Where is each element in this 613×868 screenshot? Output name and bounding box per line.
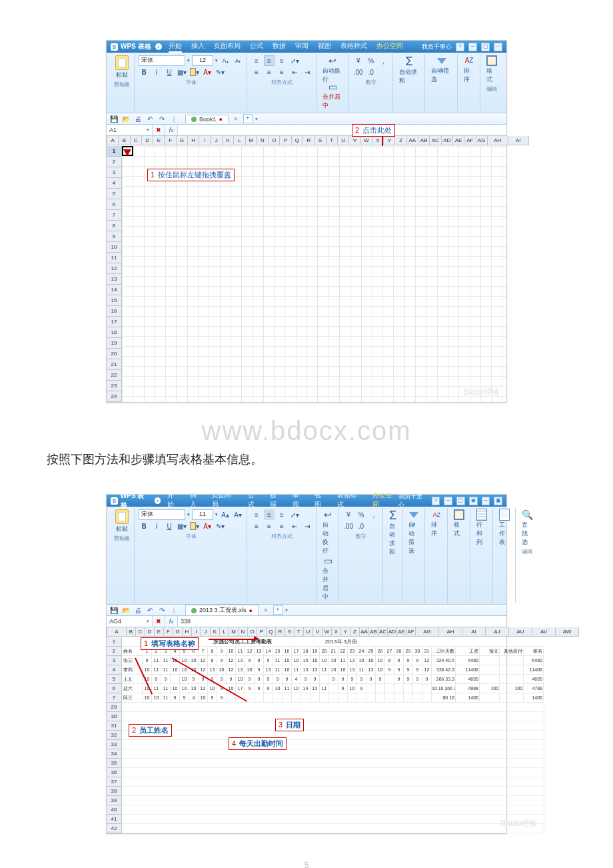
row-header[interactable]: 11 [107,253,122,263]
col-header[interactable]: AD [388,627,397,637]
col-header[interactable]: X [332,627,341,637]
row-header[interactable]: 12 [107,263,122,274]
col-header[interactable]: V [313,627,322,637]
col-header[interactable]: M [229,627,239,637]
col-header[interactable]: P [280,136,291,145]
qab-save-icon[interactable]: 💾 [109,114,119,123]
merge-button[interactable]: ▭合并居中 [320,555,335,601]
row-header[interactable]: 15 [107,295,122,306]
col-header[interactable]: A [107,627,127,637]
row-header[interactable]: 5 [107,189,122,199]
col-header[interactable]: C [131,136,142,145]
autosum-button[interactable]: Σ自动求和 [387,509,398,557]
col-header[interactable]: W [361,136,372,145]
rowcol-button[interactable]: 行和列 [474,509,489,547]
font-name-select[interactable]: 宋体 [139,509,185,520]
font-color-button[interactable]: A▾ [202,67,213,77]
col-header[interactable]: U [304,627,313,637]
indent-dec-icon[interactable]: ⇤ [289,521,300,531]
col-header[interactable]: U [338,136,349,145]
doc-close-icon[interactable]: × [261,605,271,615]
win-help-icon[interactable]: ? [456,43,464,51]
row-header[interactable]: 36 [107,768,122,777]
underline-button[interactable]: U [164,521,175,531]
new-doc-icon[interactable]: + [155,43,162,50]
qab-redo-icon[interactable]: ↷ [157,605,167,615]
row-header[interactable]: 35 [107,759,122,768]
filter-button[interactable]: 自动筛选 [429,55,454,84]
win-opt-icon[interactable]: ⋯ [494,43,502,51]
fx-fx-icon[interactable]: fx [165,616,178,627]
cell-grid[interactable]: 2 点击此处 1 按住鼠标左键拖拽覆盖 Baidu经验 [122,146,506,402]
align-mid-icon[interactable]: ≡ [264,509,275,520]
col-header[interactable]: F [165,136,176,145]
dec-dec-icon[interactable]: .0 [356,521,366,531]
fx-cancel-icon[interactable]: ✖ [153,616,165,627]
name-box[interactable]: A1 ▾ [107,125,153,135]
col-header[interactable]: M [246,136,257,145]
format-painter-icon[interactable]: ✎▾ [215,67,225,77]
col-header[interactable]: AH [439,627,462,637]
wrap-button[interactable]: ↩ 自动换行 [320,55,345,84]
col-header[interactable]: R [303,136,314,145]
name-box[interactable]: AG4 ▾ [107,616,153,627]
border-button[interactable]: ▦▾ [177,521,187,531]
font-name-select[interactable]: 宋体 [139,55,185,66]
row-header[interactable]: 14 [107,285,122,295]
col-header[interactable]: I [199,136,211,145]
find-button[interactable]: 🔍查找选 [520,509,534,547]
format-painter-icon[interactable]: ✎▾ [215,521,225,531]
format-button[interactable]: 格式 [484,55,499,84]
row-header[interactable]: 4 [107,178,122,189]
font-shrink-icon[interactable]: A▾ [233,509,243,520]
col-header[interactable]: AF [406,627,416,637]
row-header[interactable]: 1 [107,637,122,647]
name-box-dropdown-icon[interactable]: ▾ [147,127,149,133]
font-size-select[interactable]: 12 [192,55,213,66]
fill-color-button[interactable]: ▾ [189,67,200,77]
col-header[interactable]: AJ [486,627,509,637]
win-min-icon[interactable]: ─ [468,43,477,51]
col-header[interactable]: S [314,136,326,145]
autosum-button[interactable]: Σ 自动求和 [397,55,422,85]
align-left-icon[interactable]: ≡ [251,521,262,531]
row-header[interactable]: 10 [107,242,122,253]
win-doc-icon[interactable]: ◉ [469,497,478,505]
sheet-button[interactable]: 工作表 [497,509,512,547]
row-header[interactable]: 34 [107,749,122,759]
row-header[interactable]: 3 [107,656,122,665]
col-header[interactable]: K [211,627,220,637]
row-header[interactable]: 1 [107,146,122,157]
tab-view[interactable]: 视图 [318,41,331,53]
row-header[interactable]: 31 [107,721,122,731]
col-header[interactable]: V [349,136,360,145]
doc-add-button[interactable]: + [243,114,253,123]
indent-inc-icon[interactable]: ⇥ [302,521,312,531]
comma-icon[interactable]: , [368,509,379,520]
italic-button[interactable]: I [151,521,162,531]
col-header[interactable]: J [201,627,211,637]
col-header[interactable]: S [285,627,295,637]
new-doc-icon[interactable]: + [155,497,161,504]
align-bot-icon[interactable]: ≡ [277,55,287,66]
col-header[interactable]: Y [384,136,395,145]
column-headers[interactable]: ABCDEFGHIJKLMNOPQRSTUVWXYZAAABACADAEAFAG… [107,136,529,145]
tab-formula[interactable]: 公式 [250,41,263,53]
col-header[interactable]: AA [360,627,369,637]
sort-button[interactable]: AZ 排序 [462,55,476,84]
row-header[interactable]: 22 [107,370,122,381]
col-header[interactable]: H [183,627,192,637]
row-header[interactable]: 19 [107,338,122,349]
col-header[interactable]: AD [442,136,453,145]
col-header[interactable]: AF [464,136,476,145]
sort-button[interactable]: AZ排序 [429,509,444,538]
row-headers[interactable]: 12345672930313233343536373839404142 [107,637,122,833]
doc-close-icon[interactable]: × [231,114,241,123]
indent-dec-icon[interactable]: ⇤ [289,67,300,77]
col-header[interactable]: AB [418,136,430,145]
row-header[interactable]: 39 [107,796,122,805]
col-header[interactable]: I [192,627,201,637]
doc-tab[interactable]: Book1 ● [185,115,229,123]
row-header[interactable]: 13 [107,274,122,285]
tab-tablestyle[interactable]: 表格样式 [340,41,367,53]
